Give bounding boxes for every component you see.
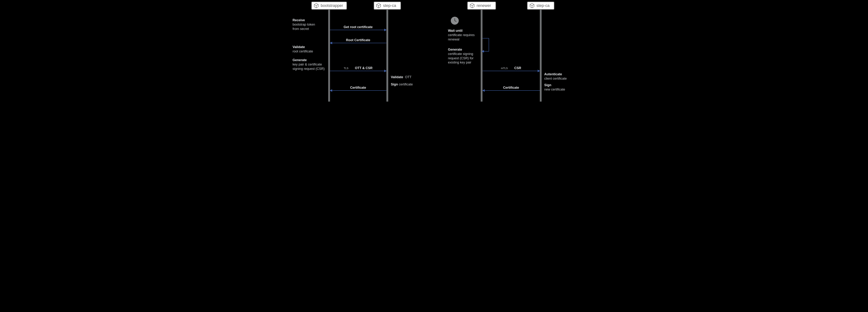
arrow-label: Root Certificate [330, 38, 386, 42]
cube-icon [529, 3, 535, 8]
note-wait: Wait until certificate requires renewal [448, 29, 475, 41]
note-receive: Receive bootstrap token from secret [293, 18, 315, 31]
arrow-label: Certificate [483, 86, 540, 90]
lifeline-bootstrapper [328, 10, 330, 101]
participant-stepca-right: step-ca [527, 1, 555, 10]
participant-label: renewer [477, 3, 491, 8]
lifeline-renewer [481, 10, 483, 101]
participant-renewer: renewer [467, 1, 496, 10]
participant-stepca-left: step-ca [374, 1, 401, 10]
cube-icon [376, 3, 381, 8]
self-message-wait [483, 38, 490, 53]
participant-label: bootstrapper [321, 3, 343, 8]
bootstrap-sequence: bootstrapper step-ca Receive bootstrap t… [289, 0, 433, 104]
renewal-sequence: renewer step-ca Wait until certificate r… [436, 0, 579, 104]
lifeline-stepca-left [386, 10, 388, 101]
arrow-get-root: Get root certificate [330, 30, 386, 30]
arrow-label: Certificate [330, 86, 386, 90]
participant-label: step-ca [536, 3, 550, 8]
arrow-ott-csr: TLSOTT & CSR [330, 71, 386, 71]
arrow-label: TLSOTT & CSR [330, 66, 386, 70]
clock-icon [451, 17, 459, 25]
note-sign-new: Sign new certificate [544, 83, 565, 92]
note-generate-csr: Generate key pair & certificate signing … [293, 58, 325, 71]
note-generate: Generate certificate signing request (CS… [448, 48, 474, 65]
participant-label: step-ca [383, 3, 396, 8]
arrow-label: Get root certificate [330, 25, 386, 29]
note-validate-ott: Validate OTT [391, 75, 412, 80]
cube-icon [313, 3, 319, 8]
note-authenticate: Autenticate client certificate [544, 72, 567, 81]
note-sign-cert: Sign certificate [391, 82, 413, 87]
cube-icon [469, 3, 475, 8]
arrow-certificate: Certificate [330, 90, 386, 91]
arrow-root-cert: Root Certificate [330, 43, 386, 43]
note-validate-root: Validate root certificate [293, 45, 313, 54]
arrow-csr: mTLSCSR [483, 71, 540, 71]
arrow-label: mTLSCSR [483, 66, 540, 70]
lifeline-stepca-right [540, 10, 541, 101]
participant-bootstrapper: bootstrapper [311, 1, 347, 10]
sequence-diagram: bootstrapper step-ca Receive bootstrap t… [289, 0, 579, 104]
arrow-new-cert: Certificate [483, 90, 540, 91]
